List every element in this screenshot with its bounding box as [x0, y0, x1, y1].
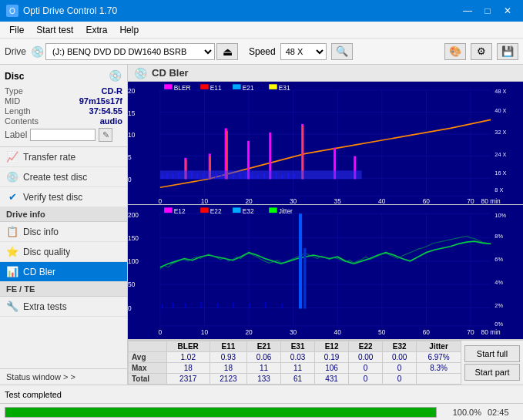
disc-panel-icon: 💿: [109, 69, 122, 83]
svg-text:20: 20: [128, 87, 136, 95]
disc-info-icon: 📋: [6, 226, 18, 237]
svg-text:80 min: 80 min: [481, 197, 501, 204]
svg-rect-129: [233, 303, 234, 309]
menu-start-test[interactable]: Start test: [30, 23, 79, 37]
total-e22: 0: [349, 374, 383, 385]
drive-icon: 💿: [31, 45, 44, 58]
drive-label: Drive: [5, 46, 26, 57]
total-e32: 0: [383, 374, 417, 385]
svg-rect-127: [200, 302, 202, 309]
menu-extra[interactable]: Extra: [79, 23, 113, 37]
svg-text:E32: E32: [243, 207, 254, 215]
speed-label: Speed: [249, 46, 276, 57]
svg-rect-123: [303, 248, 306, 308]
svg-text:80 min: 80 min: [481, 328, 501, 336]
stats-header-e11: E11: [210, 341, 246, 352]
disc-color-button[interactable]: 🎨: [444, 43, 466, 60]
close-button[interactable]: ✕: [498, 3, 517, 18]
mid-value: 97m15s17f: [79, 96, 122, 106]
svg-text:20: 20: [245, 328, 252, 336]
total-jitter: [417, 374, 461, 385]
menu-file[interactable]: File: [3, 23, 30, 37]
stats-table: BLER E11 E21 E31 E12 E22 E32 Jitter Avg …: [128, 341, 461, 385]
sidebar-item-disc-info[interactable]: 📋 Disc info: [0, 222, 127, 242]
window-controls: — □ ✕: [458, 3, 517, 18]
type-label: Type: [5, 86, 23, 96]
total-label: Total: [129, 374, 167, 385]
stats-header-jitter: Jitter: [417, 341, 461, 352]
max-bler: 18: [166, 363, 210, 374]
svg-text:10: 10: [201, 197, 209, 204]
svg-text:10%: 10%: [495, 212, 506, 219]
sidebar-item-extra-tests[interactable]: 🔧 Extra tests: [0, 297, 127, 317]
disc-quality-label: Disc quality: [23, 247, 70, 257]
sidebar-item-transfer-rate[interactable]: 📈 Transfer rate: [0, 147, 127, 167]
max-e31: 11: [281, 363, 315, 374]
disc-quality-icon: ⭐: [6, 246, 18, 257]
start-part-button[interactable]: Start part: [464, 364, 520, 381]
progress-text: 100.0%: [443, 408, 481, 417]
total-e31: 61: [281, 374, 315, 385]
create-test-disc-icon: 💿: [6, 171, 18, 183]
stats-header-e12: E12: [315, 341, 349, 352]
window-title: Opti Drive Control 1.70: [23, 5, 117, 16]
stats-header-e22: E22: [349, 341, 383, 352]
svg-text:200: 200: [128, 211, 139, 219]
maximize-button[interactable]: □: [478, 3, 497, 18]
svg-text:E12: E12: [174, 207, 186, 215]
contents-label: Contents: [5, 116, 39, 126]
verify-test-disc-label: Verify test disc: [23, 192, 82, 203]
svg-rect-126: [184, 304, 186, 309]
max-jitter: 8.3%: [417, 363, 461, 374]
sidebar-item-create-test-disc[interactable]: 💿 Create test disc: [0, 167, 127, 187]
content-area: 💿 CD Bler: [128, 65, 523, 385]
stats-row-total: Total 2317 2123 133 61 431 0 0: [129, 374, 461, 385]
svg-text:BLER: BLER: [174, 84, 191, 92]
eject-button[interactable]: ⏏: [216, 43, 238, 60]
length-value: 37:54.55: [89, 106, 122, 116]
start-full-button[interactable]: Start full: [464, 345, 520, 362]
label-input[interactable]: [30, 129, 96, 141]
top-chart: BLER E11 E21 E31 20 15 10 5 0 48 X 40 X: [128, 82, 523, 205]
status-window-nav[interactable]: Status window > >: [0, 368, 127, 385]
svg-rect-132: [281, 304, 283, 309]
sidebar-item-disc-quality[interactable]: ⭐ Disc quality: [0, 242, 127, 262]
title-bar: O Opti Drive Control 1.70 — □ ✕: [0, 0, 523, 22]
sidebar-item-cd-bler[interactable]: 📊 CD Bler: [0, 262, 127, 282]
svg-text:0%: 0%: [495, 321, 503, 328]
svg-rect-78: [160, 170, 362, 179]
avg-e22: 0.00: [349, 352, 383, 363]
settings-button[interactable]: ⚙: [471, 43, 492, 60]
svg-text:30: 30: [290, 328, 297, 336]
sidebar-item-verify-test-disc[interactable]: ✔ Verify test disc: [0, 187, 127, 207]
label-edit-button[interactable]: ✎: [99, 128, 112, 142]
svg-text:60: 60: [423, 328, 430, 336]
speed-select[interactable]: 48 X: [280, 43, 327, 60]
total-e21: 133: [247, 374, 281, 385]
svg-text:Jitter: Jitter: [279, 207, 293, 215]
scan-button[interactable]: 🔍: [331, 43, 353, 60]
svg-rect-100: [269, 208, 277, 213]
max-label: Max: [129, 363, 167, 374]
svg-text:60: 60: [423, 197, 431, 204]
max-e32: 0: [383, 363, 417, 374]
verify-test-disc-icon: ✔: [6, 191, 18, 203]
cd-bler-label: CD Bler: [23, 267, 55, 277]
svg-text:40: 40: [334, 328, 341, 336]
drive-select[interactable]: (J:) BENQ DVD DD DW1640 BSRB: [45, 43, 215, 60]
svg-text:24 X: 24 X: [495, 150, 506, 157]
contents-value: audio: [100, 116, 122, 126]
avg-e31: 0.03: [281, 352, 315, 363]
progress-bar-area: 100.0% 02:45: [0, 403, 523, 420]
svg-text:0: 0: [128, 175, 132, 183]
stats-row-avg: Avg 1.02 0.93 0.06 0.03 0.19 0.00 0.00 6…: [129, 352, 461, 363]
svg-rect-124: [162, 304, 163, 309]
transfer-rate-icon: 📈: [6, 151, 18, 163]
status-text: Test completed: [5, 390, 62, 399]
svg-text:E21: E21: [243, 84, 254, 92]
avg-e12: 0.19: [315, 352, 349, 363]
save-button[interactable]: 💾: [497, 43, 518, 60]
menu-help[interactable]: Help: [113, 23, 145, 37]
mid-label: MID: [5, 96, 20, 106]
minimize-button[interactable]: —: [458, 3, 477, 18]
